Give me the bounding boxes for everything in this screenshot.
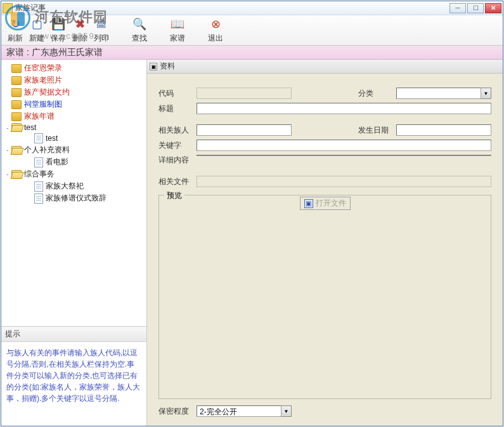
tree-item-label: test (24, 123, 36, 132)
exit-button[interactable]: ⊗ 退出 (205, 16, 226, 44)
document-icon (34, 181, 43, 192)
tree-item-label: test (46, 134, 58, 143)
document-icon (34, 157, 43, 168)
tree-item-label: 看电影 (46, 157, 68, 168)
tree-item-label: 家族大祭祀 (46, 181, 84, 192)
left-pane: 任宦恩荣录家族老照片族产契据文约祠堂服制图家族年谱-testtest-个人补充资… (1, 60, 147, 426)
code-input[interactable] (197, 88, 292, 99)
right-pane: ▣ 资料 代码 分类 ▼ 标题 (147, 60, 503, 426)
related-input[interactable] (197, 124, 292, 136)
form-area: 代码 分类 ▼ 标题 相关族人 (147, 74, 503, 426)
find-icon: 🔍 (132, 16, 147, 32)
row-related-date: 相关族人 发生日期 (158, 124, 491, 136)
hint-body: 与族人有关的事件请输入族人代码,以逗号分隔,否则,在相关族人栏保持为空.事件分类… (1, 342, 146, 426)
app-icon (3, 3, 13, 13)
tree-folder-item[interactable]: 祠堂服制图 (3, 98, 145, 110)
file-input[interactable] (197, 176, 491, 187)
open-file-icon: ▣ (304, 199, 313, 208)
tree-folder-item[interactable]: 家族年谱 (3, 110, 145, 122)
genealogy-button[interactable]: 📖 家谱 (167, 16, 188, 44)
date-label: 发生日期 (358, 125, 396, 136)
tree-doc-item[interactable]: 家族修谱仪式致辞 (3, 192, 145, 204)
related-label: 相关族人 (158, 125, 197, 136)
save-label: 保存 (48, 33, 68, 44)
section-title: 资料 (160, 61, 175, 72)
delete-button[interactable]: ✖ 删除 (70, 16, 90, 44)
new-icon: ▢ (29, 16, 44, 32)
folder-open-icon (11, 170, 22, 179)
keyword-input[interactable] (197, 140, 491, 151)
hint-panel: 提示 与族人有关的事件请输入族人代码,以逗号分隔,否则,在相关族人栏保持为空.事… (1, 326, 146, 426)
tree-folder-item[interactable]: 任宦恩荣录 (3, 62, 145, 74)
tree-panel[interactable]: 任宦恩荣录家族老照片族产契据文约祠堂服制图家族年谱-testtest-个人补充资… (1, 60, 146, 326)
row-code-category: 代码 分类 ▼ (158, 88, 491, 99)
refresh-button[interactable]: ↻ 刷新 (5, 16, 25, 44)
tree-item-label: 任宦恩荣录 (24, 63, 62, 74)
preview-body: ▣ 打开文件 (159, 195, 491, 398)
folder-closed-icon (11, 112, 22, 121)
detail-label: 详细内容 (158, 155, 197, 166)
tree-doc-item[interactable]: 家族大祭祀 (3, 180, 145, 192)
row-detail: 详细内容 (158, 155, 491, 166)
keyword-label: 关键字 (158, 140, 197, 151)
tree-item-label: 个人补充资料 (24, 145, 70, 155)
tree-folder-item[interactable]: -综合事务 (3, 168, 145, 180)
app-window: 家族记事 ─ ☐ ✕ ↻ 刷新 ▢ 新建 💾 保存 ✖ 删除 🖶 列印 � (1, 1, 503, 426)
print-icon: 🖶 (94, 16, 109, 32)
window-buttons: ─ ☐ ✕ (449, 3, 501, 13)
toolbar: ↻ 刷新 ▢ 新建 💾 保存 ✖ 删除 🖶 列印 🔍 查找 📖 家谱 (1, 15, 503, 46)
secrecy-combo[interactable]: 2-完全公开 ▼ (197, 405, 292, 417)
hint-header: 提示 (1, 327, 146, 342)
file-label: 相关文件 (158, 176, 197, 187)
row-secrecy: 保密程度 2-完全公开 ▼ (158, 405, 491, 417)
maximize-button[interactable]: ☐ (467, 3, 484, 13)
tree-item-label: 家族修谱仪式致辞 (46, 193, 107, 204)
tree-expander[interactable]: - (4, 147, 11, 154)
chevron-down-icon[interactable]: ▼ (481, 88, 491, 99)
folder-closed-icon (11, 88, 22, 97)
new-button[interactable]: ▢ 新建 (27, 16, 47, 44)
document-icon (34, 194, 43, 204)
open-file-button[interactable]: ▣ 打开文件 (300, 197, 351, 210)
secrecy-input[interactable]: 2-完全公开 (197, 405, 281, 417)
tree-folder-item[interactable]: 家族老照片 (3, 74, 145, 86)
refresh-label: 刷新 (5, 33, 25, 44)
context-bar: 家谱 : 广东惠州王氏家谱 (1, 46, 503, 60)
print-label: 列印 (91, 33, 112, 44)
section-header: ▣ 资料 (147, 60, 503, 74)
minimize-button[interactable]: ─ (449, 3, 466, 13)
category-combo[interactable]: ▼ (396, 88, 491, 99)
chevron-down-icon[interactable]: ▼ (281, 405, 292, 417)
print-button[interactable]: 🖶 列印 (91, 16, 112, 44)
title-label: 标题 (158, 103, 197, 114)
detail-textarea[interactable] (197, 155, 491, 156)
folder-open-icon (11, 123, 22, 132)
tree-item-label: 家族老照片 (24, 75, 62, 86)
title-input[interactable] (197, 103, 491, 114)
date-input[interactable] (396, 124, 491, 136)
tree-doc-item[interactable]: 看电影 (3, 156, 145, 168)
secrecy-label: 保密程度 (158, 406, 197, 417)
find-label: 查找 (129, 33, 150, 44)
preview-group: 预览 ▣ 打开文件 (158, 195, 491, 399)
folder-closed-icon (11, 64, 22, 73)
tree-doc-item[interactable]: test (3, 133, 145, 144)
tree-item-label: 族产契据文约 (24, 87, 70, 98)
close-button[interactable]: ✕ (485, 3, 501, 13)
row-title: 标题 (158, 103, 491, 114)
find-button[interactable]: 🔍 查找 (129, 16, 150, 44)
tree-item-label: 祠堂服制图 (24, 99, 62, 110)
category-input[interactable] (396, 88, 481, 99)
folder-closed-icon (11, 100, 22, 109)
titlebar[interactable]: 家族记事 ─ ☐ ✕ (1, 1, 503, 15)
window-title: 家族记事 (15, 3, 449, 13)
tree-expander[interactable]: - (4, 171, 11, 178)
tree-folder-item[interactable]: -test (3, 122, 145, 133)
code-label: 代码 (158, 88, 197, 99)
folder-open-icon (11, 146, 22, 155)
genealogy-label: 家谱 (167, 33, 188, 44)
collapse-icon[interactable]: ▣ (150, 63, 157, 70)
tree-folder-item[interactable]: 族产契据文约 (3, 86, 145, 98)
tree-folder-item[interactable]: -个人补充资料 (3, 144, 145, 156)
save-button[interactable]: 💾 保存 (48, 16, 68, 44)
